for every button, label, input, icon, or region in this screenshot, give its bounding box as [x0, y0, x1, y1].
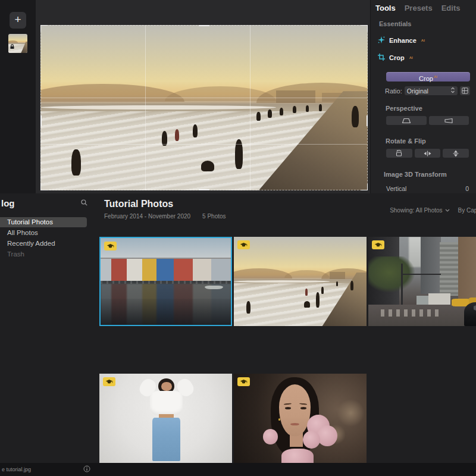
- photo-thumbnail-portrait-white[interactable]: [99, 374, 232, 463]
- person-silhouette: [316, 292, 320, 308]
- ai-badge: AI: [434, 75, 437, 79]
- crop-tool[interactable]: CropAI: [378, 54, 476, 62]
- flip-horizontal-button[interactable]: [415, 149, 441, 158]
- panel-tabs: Tools Presets Edits: [371, 0, 476, 12]
- perspective-section-title: Perspective: [386, 105, 476, 112]
- status-bar: e tutorial.jpg: [0, 463, 476, 476]
- flip-vertical-button[interactable]: [443, 149, 469, 158]
- lips: [290, 423, 300, 426]
- photo-thumbnail-city-street[interactable]: [368, 237, 476, 326]
- tutorial-badge-icon: [237, 377, 250, 386]
- photo-browser: Tutorial Photos February 2014 - November…: [93, 193, 476, 463]
- photo-viewer: [36, 0, 370, 193]
- catalog-title: log: [1, 198, 15, 208]
- crop-handle-bottom[interactable]: [199, 189, 209, 190]
- person-silhouette: [246, 301, 250, 314]
- pink-ruffle: [317, 425, 337, 446]
- house-row: [101, 259, 231, 281]
- sidebar-item-recently-added[interactable]: Recently Added: [0, 239, 93, 249]
- tools-panel: Tools Presets Edits Essentials EnhanceAI…: [370, 0, 476, 193]
- rotate-button[interactable]: [386, 149, 412, 158]
- face: [161, 382, 172, 391]
- tab-presets[interactable]: Presets: [405, 4, 433, 12]
- crop-handle-top-left[interactable]: [40, 25, 47, 32]
- crop-grid-line: [41, 98, 367, 98]
- album-title: Tutorial Photos: [104, 199, 226, 209]
- search-icon[interactable]: [81, 198, 87, 208]
- keystone-vertical-button[interactable]: [429, 116, 469, 125]
- ratio-label: Ratio:: [385, 87, 402, 95]
- filter-label: Showing: All Photos: [390, 207, 442, 214]
- crop-grid-options-button[interactable]: [460, 86, 470, 95]
- chevron-down-icon: [445, 209, 450, 212]
- info-icon[interactable]: [83, 465, 90, 474]
- sort-label: By Captur: [458, 207, 476, 214]
- photo-grid: [99, 237, 476, 463]
- main-photo-canvas[interactable]: [40, 25, 368, 190]
- ai-badge: AI: [421, 39, 425, 42]
- pink-dress: [281, 449, 314, 463]
- crop-grid-line: [145, 26, 146, 190]
- tutorial-badge-icon: [104, 242, 117, 250]
- library-browser: log Tutorial Photos All Photos Recently …: [0, 193, 476, 463]
- crop-handle-right[interactable]: [367, 115, 368, 126]
- sidebar-item-trash[interactable]: Trash: [0, 249, 93, 259]
- photo-thumbnail-beach-sunset[interactable]: [234, 237, 367, 326]
- earring: [278, 418, 281, 421]
- person-silhouette: [321, 287, 324, 294]
- vertical-slider-value: 0: [465, 185, 469, 192]
- lock-icon: [10, 41, 15, 52]
- person-silhouette: [350, 281, 353, 291]
- tutorial-badge-icon: [237, 240, 250, 249]
- transform-3d-section-title: Image 3D Transform: [384, 171, 476, 178]
- ratio-value: Original: [407, 87, 428, 95]
- person-silhouette: [336, 281, 338, 286]
- crop-handle-bottom-right[interactable]: [361, 184, 368, 190]
- ratio-select[interactable]: Original: [405, 86, 458, 95]
- wave-crest: [234, 280, 330, 283]
- building: [421, 237, 441, 294]
- crop-label: Crop: [389, 54, 405, 61]
- album-date-range: February 2014 - November 2020: [104, 213, 190, 220]
- tab-tools[interactable]: Tools: [375, 4, 396, 12]
- tab-edits[interactable]: Edits: [441, 4, 461, 12]
- blouse: [150, 391, 183, 416]
- sidebar-item-all-photos[interactable]: All Photos: [0, 228, 93, 238]
- reflection-fade: [101, 299, 231, 325]
- jeans: [152, 418, 180, 462]
- chevron-up-down-icon: [450, 87, 455, 95]
- add-button[interactable]: +: [10, 12, 26, 29]
- essentials-section-title: Essentials: [379, 20, 476, 27]
- rotate-flip-section-title: Rotate & Flip: [386, 137, 476, 145]
- crosswalk: [381, 309, 440, 317]
- crop-handle-top[interactable]: [199, 25, 209, 26]
- photo-thumbnail-portrait-pink[interactable]: [234, 374, 367, 463]
- edit-view: +: [0, 0, 476, 193]
- eye: [300, 407, 306, 409]
- traffic-pole: [401, 264, 403, 306]
- filter-dropdown[interactable]: Showing: All Photos: [390, 207, 449, 214]
- crop-handle-top-right[interactable]: [361, 25, 368, 32]
- crop-handle-bottom-left[interactable]: [40, 184, 47, 190]
- enhance-label: Enhance: [389, 37, 416, 44]
- photo-thumbnail-canal-houses[interactable]: [99, 237, 232, 326]
- catalog-sidebar: log Tutorial Photos All Photos Recently …: [0, 193, 93, 463]
- pink-ruffle: [303, 431, 320, 449]
- sort-dropdown[interactable]: By Captur: [458, 207, 476, 214]
- ratio-row: Ratio: Original: [385, 86, 470, 95]
- sidebar-item-tutorial-photos[interactable]: Tutorial Photos: [0, 217, 87, 227]
- tutorial-badge-icon: [103, 377, 115, 386]
- album-photo-count: 5 Photos: [202, 213, 226, 220]
- filmstrip-thumbnail[interactable]: [8, 34, 27, 53]
- crop-handle-left[interactable]: [40, 115, 42, 126]
- pink-ruffle: [263, 429, 278, 444]
- current-filename: e tutorial.jpg: [2, 466, 31, 472]
- crop-apply-button[interactable]: CropAI: [386, 72, 470, 82]
- enhance-tool[interactable]: EnhanceAI: [378, 36, 476, 45]
- background-light: [337, 399, 364, 427]
- truck: [428, 293, 450, 305]
- keystone-horizontal-button[interactable]: [386, 116, 427, 125]
- enhance-sparkle-icon: [378, 36, 385, 45]
- face: [279, 384, 311, 436]
- perspective-buttons: [386, 116, 469, 125]
